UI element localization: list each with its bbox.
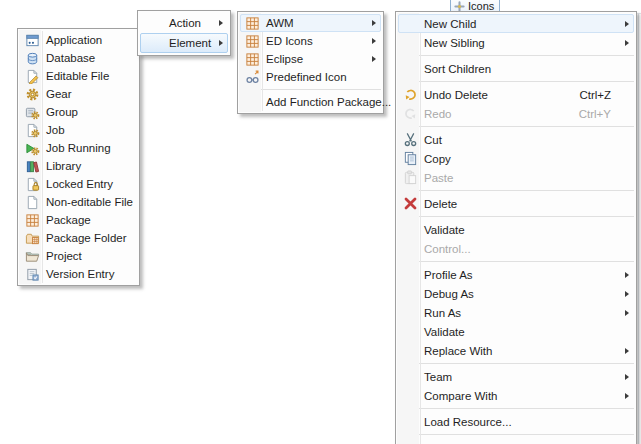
menu-item-load-resource[interactable]: Load Resource... <box>398 412 634 431</box>
package-folder-icon <box>24 230 40 246</box>
menu-item-copy[interactable]: Copy <box>398 149 634 168</box>
editor-pane-right-border <box>638 13 639 444</box>
blank-icon <box>402 241 418 257</box>
menu-item-ed-icons[interactable]: ED Icons <box>240 32 381 50</box>
menu-item-label: Replace With <box>424 345 492 357</box>
menu-item-non-editable-file[interactable]: Non-editable File <box>20 193 137 211</box>
menu-item-paste[interactable]: Paste <box>398 168 634 187</box>
menu-item-profile-as[interactable]: Profile As <box>398 265 634 284</box>
non-editable-file-icon <box>24 194 40 210</box>
submenu-arrow-icon <box>211 20 225 26</box>
menu-item-label: Group <box>46 106 78 118</box>
menu-item-label: Predefined Icon <box>266 71 347 83</box>
menu-item-group[interactable]: Group <box>20 103 137 121</box>
submenu-arrow-icon <box>364 56 378 62</box>
menu-item-awm[interactable]: AWM <box>240 14 381 32</box>
menu-separator <box>398 261 634 262</box>
function-package-submenu: AWMED IconsEclipsePredefined IconAdd Fun… <box>237 11 384 114</box>
menu-item-gear[interactable]: Gear <box>20 85 137 103</box>
blank-icon <box>402 440 418 444</box>
version-entry-icon <box>24 266 40 282</box>
menu-item-shortcut: Ctrl+Z <box>579 89 611 101</box>
menu-item-label: Delete <box>424 198 457 210</box>
menu-item-control[interactable]: Control... <box>398 239 634 258</box>
database-icon <box>24 50 40 66</box>
menu-item-label: Debug As <box>424 288 474 300</box>
menu-item-package[interactable]: Package <box>20 211 137 229</box>
menu-item-library[interactable]: Library <box>20 157 137 175</box>
menu-item-database[interactable]: Database <box>20 49 137 67</box>
menu-item-label: Job <box>46 124 65 136</box>
menu-item-label: Non-editable File <box>46 196 133 208</box>
menu-separator <box>398 216 634 217</box>
menu-item-run-as[interactable]: Run As <box>398 303 634 322</box>
menu-item-element[interactable]: Element <box>140 33 228 53</box>
menu-item-locked-entry[interactable]: Locked Entry <box>20 175 137 193</box>
menu-item-cut[interactable]: Cut <box>398 130 634 149</box>
menu-item-label: Sort Children <box>424 63 491 75</box>
menu-item-label: Run As <box>424 307 461 319</box>
menu-item-new-child[interactable]: New Child <box>398 14 634 33</box>
menu-item-redo[interactable]: RedoCtrl+Y <box>398 104 634 123</box>
menu-item-job[interactable]: Job <box>20 121 137 139</box>
menu-separator <box>398 434 634 435</box>
menu-item-eclipse[interactable]: Eclipse <box>240 50 381 68</box>
menu-item-package-folder[interactable]: Package Folder <box>20 229 137 247</box>
submenu-arrow-icon <box>211 40 225 46</box>
menu-item-debug-as[interactable]: Debug As <box>398 284 634 303</box>
copy-icon <box>402 151 418 167</box>
menu-item-label: Version Entry <box>46 268 114 280</box>
menu-item-delete[interactable]: Delete <box>398 194 634 213</box>
menu-item-label: Gear <box>46 88 72 100</box>
submenu-arrow-icon <box>617 291 631 297</box>
element-type-submenu: ApplicationDatabaseEditable FileGearGrou… <box>17 28 140 286</box>
menu-item-label: New Child <box>424 18 476 30</box>
menu-item-editable-file[interactable]: Editable File <box>20 67 137 85</box>
undo-icon <box>402 87 418 103</box>
delete-icon <box>402 196 418 212</box>
submenu-arrow-icon <box>617 310 631 316</box>
menu-item-add-function-package[interactable]: Add Function Package... <box>240 93 381 111</box>
menu-item-validate[interactable]: Validate <box>398 322 634 341</box>
gear-icon <box>24 86 40 102</box>
submenu-arrow-icon <box>617 348 631 354</box>
menu-item-label: Add Function Package... <box>266 96 391 108</box>
grid-icon <box>244 33 260 49</box>
application-icon <box>24 32 40 48</box>
menu-item-label: Cut <box>424 134 442 146</box>
menu-item-label: Project <box>46 250 82 262</box>
menu-item-label: Paste <box>424 172 453 184</box>
redo-icon <box>402 106 418 122</box>
glasses-icon <box>244 69 260 85</box>
blank-icon <box>402 222 418 238</box>
menu-item-label: New Sibling <box>424 37 485 49</box>
menu-item-job-running[interactable]: Job Running <box>20 139 137 157</box>
menu-item-application[interactable]: Application <box>20 31 137 49</box>
menu-item-undo-delete[interactable]: Undo DeleteCtrl+Z <box>398 85 634 104</box>
menu-item-validate[interactable]: Validate <box>398 220 634 239</box>
menu-item-label: Element <box>169 37 211 49</box>
menu-separator <box>398 363 634 364</box>
menu-item-project[interactable]: Project <box>20 247 137 265</box>
menu-item-label: Action <box>169 17 201 29</box>
icons-node-icon <box>454 1 465 12</box>
group-icon <box>24 104 40 120</box>
menu-separator <box>398 190 634 191</box>
menu-item-label: Locked Entry <box>46 178 113 190</box>
menu-separator <box>398 408 634 409</box>
project-icon <box>24 248 40 264</box>
blank-icon <box>402 324 418 340</box>
menu-item-new-sibling[interactable]: New Sibling <box>398 33 634 52</box>
menu-item-replace-with[interactable]: Replace With <box>398 341 634 360</box>
menu-item-compare-with[interactable]: Compare With <box>398 386 634 405</box>
menu-item-sort-children[interactable]: Sort Children <box>398 59 634 78</box>
submenu-arrow-icon <box>617 393 631 399</box>
menu-item-version-entry[interactable]: Version Entry <box>20 265 137 283</box>
menu-item-refresh[interactable]: Refresh <box>398 438 634 444</box>
paste-icon <box>402 170 418 186</box>
blank-icon <box>402 61 418 77</box>
menu-item-predefined-icon[interactable]: Predefined Icon <box>240 68 381 86</box>
menu-item-action[interactable]: Action <box>140 13 228 33</box>
grid-icon <box>244 15 260 31</box>
menu-item-team[interactable]: Team <box>398 367 634 386</box>
